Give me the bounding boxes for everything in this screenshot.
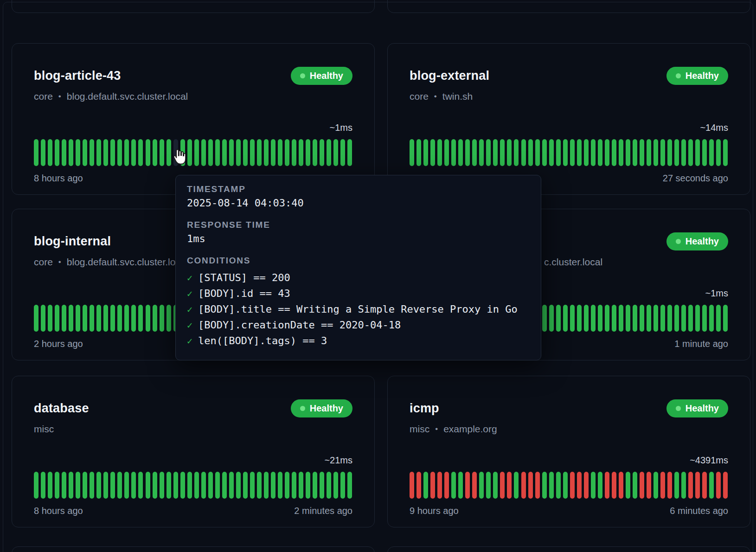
uptime-bar[interactable] (542, 139, 547, 166)
uptime-bar[interactable] (647, 472, 651, 499)
uptime-bar[interactable] (535, 472, 540, 499)
uptime-bar[interactable] (41, 305, 45, 332)
uptime-bar[interactable] (444, 139, 449, 166)
uptime-bar[interactable] (110, 472, 115, 499)
uptime-bar[interactable] (570, 472, 575, 499)
uptime-bar[interactable] (500, 472, 505, 499)
uptime-bar[interactable] (695, 139, 700, 166)
uptime-bar[interactable] (451, 472, 456, 499)
uptime-bar[interactable] (584, 472, 589, 499)
uptime-bar[interactable] (201, 139, 206, 166)
uptime-bar[interactable] (709, 139, 714, 166)
uptime-bar[interactable] (535, 139, 540, 166)
uptime-bar[interactable] (556, 472, 561, 499)
uptime-bar[interactable] (138, 305, 143, 332)
uptime-bar[interactable] (423, 139, 428, 166)
uptime-bar[interactable] (229, 139, 234, 166)
uptime-bar[interactable] (278, 139, 282, 166)
uptime-bar[interactable] (674, 139, 679, 166)
uptime-bar[interactable] (640, 472, 644, 499)
uptime-bar[interactable] (640, 139, 644, 166)
uptime-bar[interactable] (667, 305, 672, 332)
uptime-bar[interactable] (674, 472, 679, 499)
uptime-bar[interactable] (549, 305, 554, 332)
uptime-bar[interactable] (472, 139, 477, 166)
uptime-bar[interactable] (208, 472, 213, 499)
uptime-bar[interactable] (605, 472, 609, 499)
uptime-bar[interactable] (271, 472, 275, 499)
uptime-bar[interactable] (681, 305, 686, 332)
uptime-bar[interactable] (278, 472, 282, 499)
uptime-bar[interactable] (660, 305, 665, 332)
uptime-bar[interactable] (48, 305, 52, 332)
uptime-bar[interactable] (591, 305, 596, 332)
uptime-bar[interactable] (271, 139, 275, 166)
uptime-bar[interactable] (660, 139, 665, 166)
uptime-bar[interactable] (577, 305, 582, 332)
uptime-bar[interactable] (619, 139, 623, 166)
uptime-bar[interactable] (153, 472, 157, 499)
uptime-bar[interactable] (146, 305, 150, 332)
uptime-bar[interactable] (605, 305, 609, 332)
uptime-bar[interactable] (76, 472, 80, 499)
uptime-bar[interactable] (556, 139, 561, 166)
uptime-bar[interactable] (215, 139, 220, 166)
uptime-bar[interactable] (493, 139, 498, 166)
uptime-bar[interactable] (458, 472, 463, 499)
uptime-bar[interactable] (430, 472, 435, 499)
uptime-bar[interactable] (90, 472, 94, 499)
uptime-bar[interactable] (124, 472, 129, 499)
uptime-bar[interactable] (486, 139, 491, 166)
uptime-bar[interactable] (215, 472, 220, 499)
uptime-bar[interactable] (222, 139, 227, 166)
uptime-bar[interactable] (333, 139, 338, 166)
uptime-bar[interactable] (250, 472, 255, 499)
uptime-bar[interactable] (299, 472, 303, 499)
uptime-bar[interactable] (124, 305, 129, 332)
uptime-bar[interactable] (633, 472, 637, 499)
uptime-bar[interactable] (416, 139, 421, 166)
uptime-bar[interactable] (410, 139, 414, 166)
uptime-bar[interactable] (146, 139, 150, 166)
uptime-bar[interactable] (584, 305, 589, 332)
uptime-bar[interactable] (69, 472, 73, 499)
uptime-bar[interactable] (612, 305, 616, 332)
uptime-bar[interactable] (347, 139, 352, 166)
uptime-bar[interactable] (243, 472, 248, 499)
uptime-bar[interactable] (333, 472, 338, 499)
uptime-bar[interactable] (41, 139, 45, 166)
uptime-bar[interactable] (514, 139, 519, 166)
uptime-bar[interactable] (584, 139, 589, 166)
uptime-bar[interactable] (167, 305, 171, 332)
uptime-bar[interactable] (347, 472, 352, 499)
uptime-bar[interactable] (327, 139, 331, 166)
uptime-bar[interactable] (62, 305, 66, 332)
uptime-bar[interactable] (612, 139, 616, 166)
uptime-bar[interactable] (222, 472, 227, 499)
uptime-bar[interactable] (688, 305, 693, 332)
uptime-bar[interactable] (647, 139, 651, 166)
uptime-bar[interactable] (605, 139, 609, 166)
uptime-bar[interactable] (187, 472, 192, 499)
uptime-bar[interactable] (138, 139, 143, 166)
uptime-bar[interactable] (131, 472, 136, 499)
uptime-bar[interactable] (716, 139, 721, 166)
uptime-bar[interactable] (667, 139, 672, 166)
uptime-bar[interactable] (292, 139, 296, 166)
uptime-bar[interactable] (69, 305, 73, 332)
uptime-bar[interactable] (96, 139, 101, 166)
uptime-bar[interactable] (96, 472, 101, 499)
uptime-bar[interactable] (327, 472, 331, 499)
uptime-bar[interactable] (437, 472, 442, 499)
uptime-bar[interactable] (598, 472, 602, 499)
uptime-bar[interactable] (528, 139, 533, 166)
uptime-bar[interactable] (472, 472, 477, 499)
uptime-bar[interactable] (320, 139, 324, 166)
uptime-bar[interactable] (542, 305, 547, 332)
uptime-bar[interactable] (444, 472, 449, 499)
uptime-bar[interactable] (465, 472, 470, 499)
uptime-bar[interactable] (117, 472, 122, 499)
uptime-bar[interactable] (167, 139, 171, 166)
endpoint-card[interactable]: blog-article-43Healthycore•blog.default.… (12, 43, 375, 195)
uptime-bar[interactable] (243, 139, 248, 166)
